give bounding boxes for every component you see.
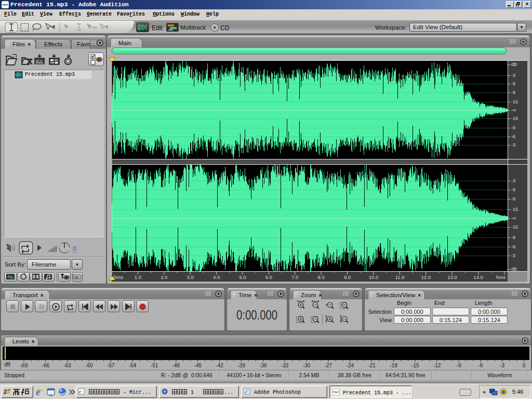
- svg-text:-∞: -∞: [511, 216, 516, 221]
- svg-text:-15: -15: [511, 99, 518, 104]
- svg-text:0: 0: [73, 245, 76, 252]
- svg-text:hms: hms: [496, 274, 506, 280]
- svg-text:13.0: 13.0: [447, 274, 457, 280]
- svg-text:-63: -63: [63, 363, 71, 368]
- svg-text:1.0: 1.0: [135, 274, 141, 280]
- svg-text:-3: -3: [511, 142, 515, 148]
- svg-text:hms: hms: [114, 274, 123, 280]
- svg-text:-69: -69: [20, 363, 28, 368]
- svg-text:-21: -21: [368, 363, 376, 368]
- svg-text:-42: -42: [216, 363, 223, 368]
- svg-text:6.0: 6.0: [265, 274, 272, 280]
- svg-text:11.0: 11.0: [395, 274, 405, 280]
- svg-text:c#: c#: [74, 275, 79, 280]
- svg-text:-27: -27: [325, 363, 332, 368]
- svg-text:4.0: 4.0: [213, 274, 220, 280]
- svg-text:-3: -3: [511, 178, 515, 183]
- svg-text:-3: -3: [511, 253, 515, 258]
- svg-text:-15: -15: [511, 207, 518, 212]
- svg-text:-∞: -∞: [511, 108, 516, 113]
- svg-text:-54: -54: [129, 363, 137, 368]
- svg-text:-9: -9: [511, 125, 515, 130]
- svg-text:-30: -30: [303, 363, 311, 368]
- svg-text:-3: -3: [500, 363, 504, 368]
- svg-text:-9: -9: [511, 235, 515, 240]
- svg-text:-15: -15: [411, 363, 419, 368]
- svg-text:10.0: 10.0: [369, 274, 379, 280]
- svg-text:-6: -6: [511, 244, 515, 249]
- svg-text:-24: -24: [347, 363, 354, 368]
- svg-text:-9: -9: [511, 196, 515, 202]
- svg-text:-6: -6: [511, 187, 515, 192]
- svg-text:-57: -57: [107, 363, 115, 368]
- svg-text:-9: -9: [511, 90, 515, 95]
- svg-text:dB: dB: [4, 362, 11, 367]
- svg-text:-6: -6: [511, 81, 515, 86]
- svg-text:-12: -12: [433, 363, 441, 368]
- svg-text:5.0: 5.0: [239, 274, 246, 280]
- svg-text:-15: -15: [511, 116, 518, 121]
- svg-text:7.0: 7.0: [291, 274, 298, 280]
- svg-text:dB: dB: [511, 267, 517, 272]
- svg-text:-6: -6: [478, 363, 483, 368]
- svg-text:-45: -45: [194, 363, 202, 368]
- svg-text:-66: -66: [42, 363, 50, 368]
- svg-text:2.0: 2.0: [161, 274, 167, 280]
- svg-text:14.0: 14.0: [473, 274, 483, 280]
- svg-text:-48: -48: [172, 363, 180, 368]
- svg-text:0: 0: [523, 363, 526, 368]
- svg-text:-15: -15: [511, 224, 518, 230]
- svg-text:-51: -51: [151, 363, 158, 368]
- svg-text:3.0: 3.0: [187, 274, 194, 280]
- svg-text:-9: -9: [457, 363, 461, 368]
- svg-text:-60: -60: [85, 363, 93, 368]
- svg-text:-39: -39: [237, 363, 245, 368]
- svg-text:-3: -3: [511, 73, 515, 78]
- svg-text:-6: -6: [511, 134, 515, 139]
- svg-text:dB: dB: [511, 62, 517, 67]
- svg-text:-33: -33: [281, 363, 289, 368]
- svg-text:-18: -18: [390, 363, 397, 368]
- svg-text:e: e: [79, 389, 82, 394]
- svg-text:8.0: 8.0: [318, 274, 325, 280]
- svg-text:-36: -36: [259, 363, 267, 368]
- svg-text:9.0: 9.0: [344, 274, 351, 280]
- svg-text:e: e: [36, 387, 41, 397]
- svg-text:12.0: 12.0: [421, 274, 431, 280]
